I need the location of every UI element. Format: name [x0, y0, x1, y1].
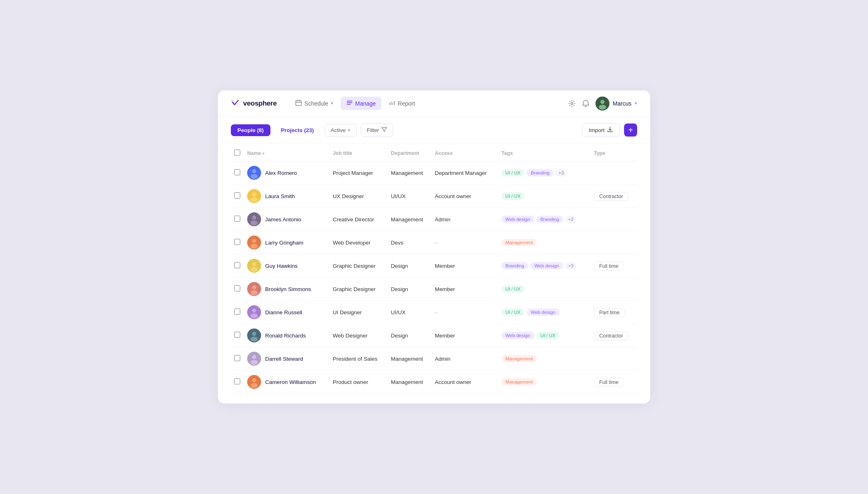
tags-cell: BrandingWeb design+3	[498, 254, 591, 278]
tags-cell: Web designUI / UX	[498, 324, 591, 347]
access-cell: Account owner	[432, 370, 498, 394]
person-name[interactable]: Larry Gringham	[265, 240, 303, 246]
import-button[interactable]: Import	[582, 123, 620, 137]
person-name[interactable]: Cameron Williamson	[265, 379, 316, 385]
tag-badge[interactable]: UI / UX	[501, 285, 525, 293]
person-name[interactable]: Laura Smith	[265, 193, 295, 199]
person-name[interactable]: Guy Hawkins	[265, 263, 298, 269]
logo-icon	[231, 98, 240, 109]
svg-point-4	[599, 105, 606, 110]
table-row: Darrell Steward President of SalesManage…	[231, 347, 637, 370]
tag-badge[interactable]: Branding	[501, 262, 528, 269]
extra-tags-badge: +3	[556, 169, 567, 176]
person-name[interactable]: Brooklyn Simmons	[265, 286, 311, 292]
select-all-checkbox[interactable]	[234, 150, 240, 156]
active-filter[interactable]: Active ▾	[325, 124, 357, 137]
people-table: Name ▾ Job title Department Access Tags …	[218, 144, 650, 404]
table-row: Larry Gringham Web DeveloperDevs–Managem…	[231, 231, 637, 254]
report-icon	[389, 99, 395, 107]
nav-schedule[interactable]: Schedule ▾	[290, 97, 339, 110]
row-checkbox[interactable]	[234, 285, 240, 291]
row-checkbox[interactable]	[234, 169, 240, 175]
row-checkbox[interactable]	[234, 192, 240, 198]
svg-point-25	[250, 313, 258, 318]
person-name-cell: Brooklyn Simmons	[247, 282, 326, 296]
department-cell: Devs	[388, 231, 432, 254]
row-checkbox[interactable]	[234, 216, 240, 222]
user-area[interactable]: Marcus ▾	[596, 97, 637, 110]
tag-badge[interactable]: UI / UX	[501, 309, 525, 316]
job-title-cell: President of Sales	[330, 347, 388, 370]
filter-button[interactable]: Filter	[361, 124, 393, 137]
svg-point-27	[252, 332, 256, 336]
table-row: Brooklyn Simmons Graphic DesignerDesignM…	[231, 278, 637, 301]
tag-badge[interactable]: Management	[501, 355, 537, 362]
nav-manage[interactable]: Manage	[341, 97, 382, 110]
tag-badge[interactable]: Web design	[527, 309, 560, 316]
svg-point-9	[252, 192, 256, 196]
tags-cell: Management	[498, 231, 591, 254]
person-avatar	[247, 212, 261, 226]
person-name[interactable]: Dianne Russell	[265, 309, 302, 315]
department-cell: UI/UX	[388, 185, 432, 208]
tag-badge[interactable]: Branding	[527, 169, 554, 176]
tag-badge[interactable]: Management	[501, 378, 537, 386]
tag-badge[interactable]: Web design	[530, 262, 563, 269]
person-avatar	[247, 352, 261, 366]
tags-cell: UI / UX	[498, 185, 591, 208]
person-name[interactable]: Ronald Richards	[265, 333, 306, 339]
row-checkbox[interactable]	[234, 332, 240, 338]
tag-badge[interactable]: Web design	[501, 216, 534, 223]
user-chevron-icon: ▾	[635, 101, 637, 106]
row-checkbox[interactable]	[234, 378, 240, 384]
manage-icon	[346, 99, 353, 107]
tags-cell: UI / UX	[498, 278, 591, 301]
projects-tab[interactable]: Projects (23)	[275, 124, 321, 136]
person-name[interactable]: Alex Romero	[265, 170, 297, 176]
settings-button[interactable]	[568, 99, 576, 108]
access-cell: Admin	[432, 347, 498, 370]
svg-point-33	[252, 378, 256, 382]
person-avatar	[247, 189, 261, 203]
access-cell: –	[432, 301, 498, 324]
tag-badge[interactable]: UI / UX	[501, 169, 525, 176]
tags-cell: Management	[498, 370, 591, 394]
svg-point-13	[250, 221, 258, 225]
type-badge: Part time	[594, 308, 625, 317]
nav-report[interactable]: Report	[383, 97, 421, 110]
tag-badge[interactable]: Web design	[501, 332, 534, 339]
tag-badge[interactable]: UI / UX	[536, 332, 560, 339]
person-name[interactable]: Darrell Steward	[265, 356, 303, 362]
tag-badge[interactable]: Management	[501, 239, 537, 246]
row-checkbox[interactable]	[234, 239, 240, 245]
tag-badge[interactable]: UI / UX	[501, 192, 525, 200]
type-cell	[591, 278, 637, 301]
type-cell: Part time	[591, 301, 637, 324]
name-column-header[interactable]: Name ▾	[247, 150, 326, 156]
svg-point-31	[250, 360, 258, 365]
tag-badge[interactable]: Branding	[536, 216, 563, 223]
import-icon	[607, 126, 613, 134]
table-row: Dianne Russell UI DesignerUI/UX–UI / UXW…	[231, 301, 637, 324]
svg-point-7	[250, 174, 258, 179]
type-column-header: Type	[591, 144, 637, 161]
extra-tags-badge: +3	[565, 262, 576, 269]
type-cell: Full time	[591, 254, 637, 278]
type-cell	[591, 347, 637, 370]
person-name-cell: Larry Gringham	[247, 236, 326, 249]
nav-manage-label: Manage	[355, 100, 376, 107]
access-column-header: Access	[432, 144, 498, 161]
people-tab[interactable]: People (8)	[231, 124, 270, 136]
access-cell: Member	[432, 278, 498, 301]
department-cell: UI/UX	[388, 301, 432, 324]
add-button[interactable]: +	[624, 124, 637, 137]
extra-tags-badge: +2	[565, 216, 576, 223]
logo[interactable]: veosphere	[231, 98, 277, 109]
row-checkbox[interactable]	[234, 355, 240, 361]
person-name[interactable]: James Antonio	[265, 216, 301, 223]
row-checkbox[interactable]	[234, 262, 240, 268]
access-cell: Account owner	[432, 185, 498, 208]
tags-cell: Web designBranding+2	[498, 208, 591, 231]
row-checkbox[interactable]	[234, 309, 240, 315]
notifications-button[interactable]	[582, 99, 590, 108]
